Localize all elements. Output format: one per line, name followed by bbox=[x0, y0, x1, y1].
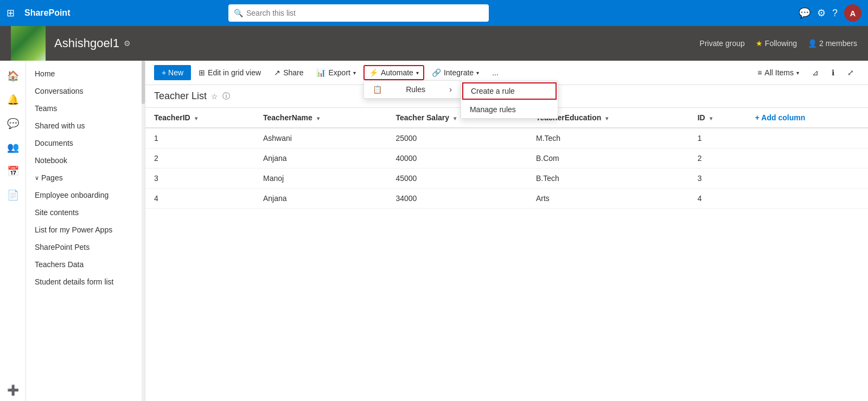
sidebar-notebook-label: Notebook bbox=[35, 156, 67, 165]
cell-teacher-education: M.Tech bbox=[527, 128, 689, 148]
col-teacher-name[interactable]: TeacherName ▾ bbox=[254, 108, 387, 128]
new-button[interactable]: + New bbox=[154, 65, 191, 80]
cell-add-col bbox=[746, 148, 868, 169]
sidebar-item-teams[interactable]: Teams bbox=[26, 100, 145, 117]
site-title: Ashishgoel1 ⚙ bbox=[54, 36, 131, 50]
sidebar-student-label: Student details form list bbox=[35, 277, 114, 286]
automate-button[interactable]: ⚡ Automate ▾ bbox=[363, 65, 424, 80]
teacher-education-sort-icon: ▾ bbox=[605, 115, 608, 121]
cell-teacher-id: 4 bbox=[145, 189, 254, 209]
activity-icon-bar[interactable]: 🔔 bbox=[2, 89, 24, 111]
cell-teacher-education: B.Com bbox=[527, 148, 689, 169]
sidebar-item-sharepoint-pets[interactable]: SharePoint Pets bbox=[26, 238, 145, 256]
files-icon-bar[interactable]: 📄 bbox=[2, 184, 24, 206]
all-items-button[interactable]: ≡ All Items ▾ bbox=[752, 65, 805, 80]
sidebar-employee-label: Employee onboarding bbox=[35, 191, 108, 199]
main-layout: 🏠 🔔 💬 👥 📅 📄 ➕ Home Conversations Teams S… bbox=[0, 61, 868, 401]
sidebar-item-home[interactable]: Home bbox=[26, 65, 145, 82]
icon-bar: 🏠 🔔 💬 👥 📅 📄 ➕ bbox=[0, 61, 26, 401]
cell-teacher-salary: 45000 bbox=[387, 169, 527, 189]
help-icon[interactable]: ? bbox=[832, 8, 838, 19]
sidebar-pets-label: SharePoint Pets bbox=[35, 243, 90, 251]
sidebar-conversations-label: Conversations bbox=[35, 87, 84, 95]
sidebar-teams-label: Teams bbox=[35, 104, 57, 113]
expand-icon: ⤢ bbox=[847, 68, 854, 77]
calendar-icon-bar[interactable]: 📅 bbox=[2, 160, 24, 182]
sidebar-power-apps-label: List for my Power Apps bbox=[35, 225, 112, 234]
rules-icon: 📋 bbox=[373, 85, 382, 94]
private-group-label: Private group bbox=[700, 39, 745, 48]
teams-icon-bar[interactable]: 👥 bbox=[2, 137, 24, 158]
home-icon-bar[interactable]: 🏠 bbox=[2, 65, 24, 87]
site-settings-icon[interactable]: ⚙ bbox=[124, 39, 131, 48]
sidebar-item-conversations[interactable]: Conversations bbox=[26, 82, 145, 100]
sidebar-shared-label: Shared with us bbox=[35, 121, 85, 130]
search-input[interactable] bbox=[246, 9, 483, 17]
integrate-button[interactable]: 🔗 Integrate ▾ bbox=[426, 65, 484, 80]
list-title: Teacher List bbox=[154, 90, 207, 102]
sidebar-documents-label: Documents bbox=[35, 139, 73, 147]
search-bar[interactable]: 🔍 bbox=[228, 4, 489, 22]
sidebar-pages-label: Pages bbox=[41, 173, 63, 182]
list-info-icon[interactable]: ⓘ bbox=[222, 92, 230, 101]
share-button[interactable]: ↗ Share bbox=[269, 65, 309, 80]
expand-button[interactable]: ⤢ bbox=[842, 65, 859, 80]
rules-sub-dropdown: Create a rule Manage rules bbox=[461, 81, 558, 119]
list-star-icon[interactable]: ☆ bbox=[211, 92, 218, 101]
add-column-button[interactable]: + Add column bbox=[746, 108, 868, 128]
grid-icon: ⊞ bbox=[199, 68, 205, 77]
cell-add-col bbox=[746, 128, 868, 148]
col-id[interactable]: ID ▾ bbox=[689, 108, 746, 128]
star-icon: ★ bbox=[756, 39, 763, 48]
add-icon-bar[interactable]: ➕ bbox=[2, 379, 24, 401]
feedback-icon[interactable]: 💬 bbox=[799, 7, 810, 19]
sidebar-item-power-apps[interactable]: List for my Power Apps bbox=[26, 221, 145, 238]
export-button[interactable]: 📊 Export ▾ bbox=[311, 65, 361, 80]
filter-icon: ⊿ bbox=[812, 68, 819, 77]
search-icon: 🔍 bbox=[234, 9, 243, 17]
automate-icon: ⚡ bbox=[369, 68, 378, 77]
create-rule-item[interactable]: Create a rule bbox=[462, 82, 557, 100]
info-button[interactable]: ℹ bbox=[826, 65, 840, 80]
cell-teacher-education: B.Tech bbox=[527, 169, 689, 189]
settings-icon[interactable]: ⚙ bbox=[817, 7, 826, 19]
sidebar-item-pages[interactable]: ∨ Pages bbox=[26, 169, 145, 186]
sidebar-item-notebook[interactable]: Notebook bbox=[26, 152, 145, 169]
table-row[interactable]: 1 Ashwani 25000 M.Tech 1 bbox=[145, 128, 868, 148]
table-row[interactable]: 3 Manoj 45000 B.Tech 3 bbox=[145, 169, 868, 189]
rules-menu-item[interactable]: 📋 Rules › Create a rule Manage rules bbox=[364, 81, 461, 98]
export-chevron-icon: ▾ bbox=[353, 70, 356, 76]
cell-teacher-name: Anjana bbox=[254, 148, 387, 169]
more-button[interactable]: ... bbox=[487, 65, 504, 80]
cell-teacher-education: Arts bbox=[527, 189, 689, 209]
sidebar-item-shared[interactable]: Shared with us bbox=[26, 117, 145, 134]
sidebar-item-site-contents[interactable]: Site contents bbox=[26, 204, 145, 221]
sidebar-item-teachers-data[interactable]: Teachers Data bbox=[26, 256, 145, 273]
table-row[interactable]: 4 Anjana 34000 Arts 4 bbox=[145, 189, 868, 209]
cell-teacher-salary: 34000 bbox=[387, 189, 527, 209]
sidebar-item-student-details[interactable]: Student details form list bbox=[26, 273, 145, 290]
teacher-name-sort-icon: ▾ bbox=[317, 115, 320, 121]
col-teacher-id[interactable]: TeacherID ▾ bbox=[145, 108, 254, 128]
id-sort-icon: ▾ bbox=[710, 115, 712, 121]
sidebar-item-employee-onboarding[interactable]: Employee onboarding bbox=[26, 186, 145, 204]
cell-teacher-id: 3 bbox=[145, 169, 254, 189]
table-container: TeacherID ▾ TeacherName ▾ Teacher Salary… bbox=[145, 108, 868, 401]
teacher-salary-sort-icon: ▾ bbox=[454, 115, 456, 121]
following-button[interactable]: ★ Following bbox=[756, 39, 797, 48]
sidebar-teachers-label: Teachers Data bbox=[35, 260, 84, 269]
avatar[interactable]: A bbox=[844, 4, 861, 22]
table-row[interactable]: 2 Anjana 40000 B.Com 2 bbox=[145, 148, 868, 169]
sidebar-site-contents-label: Site contents bbox=[35, 208, 79, 217]
filter-button[interactable]: ⊿ bbox=[807, 65, 824, 80]
sidebar-item-documents[interactable]: Documents bbox=[26, 134, 145, 152]
manage-rules-item[interactable]: Manage rules bbox=[461, 101, 558, 118]
cell-row-id: 1 bbox=[689, 128, 746, 148]
teacher-id-sort-icon: ▾ bbox=[195, 115, 197, 121]
cell-row-id: 4 bbox=[689, 189, 746, 209]
cell-add-col bbox=[746, 189, 868, 209]
waffle-icon[interactable]: ⊞ bbox=[7, 7, 15, 19]
automate-dropdown-container: ⚡ Automate ▾ 📋 Rules › Create a rule Man… bbox=[363, 65, 424, 80]
chat-icon-bar[interactable]: 💬 bbox=[2, 113, 24, 134]
edit-grid-button[interactable]: ⊞ Edit in grid view bbox=[193, 65, 266, 80]
